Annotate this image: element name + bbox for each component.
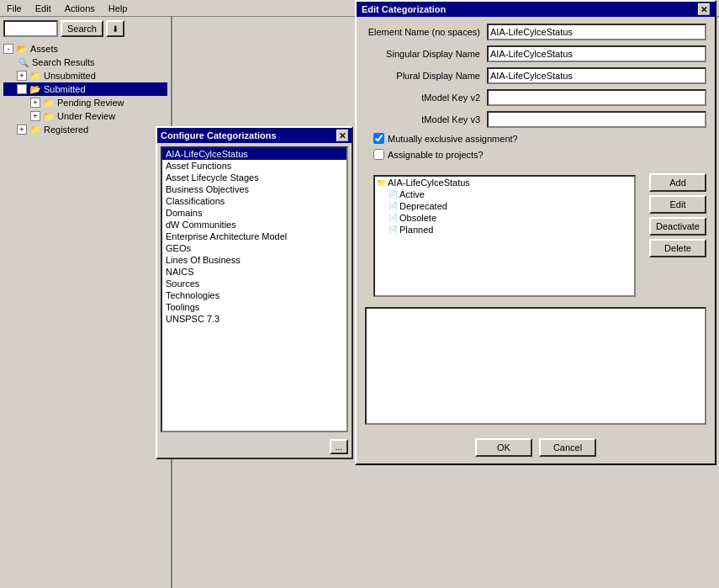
edit-tree-item[interactable]: 📄Obsolete <box>375 212 634 224</box>
config-dialog: Configure Categorizations ✕ AIA-LifeCylc… <box>156 126 353 459</box>
tmodel-v3-input[interactable] <box>487 111 706 128</box>
left-panel: Search ⬇ - Assets Search Results + Unsub… <box>0 17 172 588</box>
list-item[interactable]: Toolings <box>162 301 346 313</box>
list-item[interactable]: Classifications <box>162 195 346 207</box>
list-item[interactable]: Asset Functions <box>162 160 346 172</box>
edit-tree-item[interactable]: 📄Planned <box>375 224 634 236</box>
expander-submitted[interactable]: - <box>17 84 27 94</box>
edit-dialog-titlebar: Edit Categorization ✕ <box>357 2 715 17</box>
mutually-exclusive-label: Mutually exclusive assignment? <box>388 134 518 144</box>
element-name-label: Element Name (no spaces) <box>365 27 487 37</box>
menu-actions[interactable]: Actions <box>61 3 98 14</box>
list-item[interactable]: Asset Lifecycle Stages <box>162 172 346 183</box>
config-dialog-bottom: ... <box>157 436 352 458</box>
edit-bottom-buttons: OK Cancel <box>357 432 715 464</box>
delete-button[interactable]: Delete <box>649 239 706 257</box>
search-extra-icon[interactable]: ⬇ <box>106 20 124 37</box>
tree-label-assets: Assets <box>30 44 58 54</box>
folder-icon-registered <box>29 124 42 135</box>
deactivate-button[interactable]: Deactivate <box>649 217 706 236</box>
config-dialog-close[interactable]: ✕ <box>336 130 348 141</box>
menu-help[interactable]: Help <box>105 3 131 14</box>
singular-display-label: Singular Display Name <box>365 49 487 59</box>
tmodel-v3-label: tModel Key v3 <box>365 114 487 124</box>
list-item[interactable]: GEOs <box>162 242 346 254</box>
assignable-label: Assignable to projects? <box>388 150 484 160</box>
search-button[interactable]: Search <box>61 20 103 37</box>
edit-dialog-close[interactable]: ✕ <box>698 3 710 15</box>
config-dialog-action-btn[interactable]: ... <box>330 439 348 454</box>
singular-display-input[interactable] <box>487 45 706 62</box>
folder-icon-unsubmitted <box>29 70 42 82</box>
list-item[interactable]: UNSPSC 7.3 <box>162 313 346 325</box>
edit-tree-section: 📁AIA-LifeCylceStatus📄Active📄Deprecated📄O… <box>365 172 706 300</box>
edit-dialog-title: Edit Categorization <box>362 4 446 14</box>
tmodel-v2-label: tModel Key v2 <box>365 93 487 103</box>
tree-label-submitted: Submitted <box>44 84 86 94</box>
tree-label-search-results: Search Results <box>32 57 95 67</box>
folder-icon-pending-review <box>42 97 56 109</box>
element-name-row: Element Name (no spaces) <box>365 24 706 40</box>
list-item[interactable]: Domains <box>162 207 346 219</box>
element-name-input[interactable] <box>487 24 706 40</box>
edit-dialog-body: Element Name (no spaces) Singular Displa… <box>357 17 715 172</box>
edit-lower-area <box>365 307 706 425</box>
ok-button[interactable]: OK <box>475 438 532 457</box>
config-dialog-titlebar: Configure Categorizations ✕ <box>157 128 352 143</box>
edit-tree-container[interactable]: 📁AIA-LifeCylceStatus📄Active📄Deprecated📄O… <box>373 175 636 297</box>
assignable-checkbox[interactable] <box>373 149 384 160</box>
search-bar: Search ⬇ <box>0 17 171 40</box>
folder-icon-submitted <box>29 83 42 95</box>
mutually-exclusive-checkbox[interactable] <box>373 133 384 144</box>
cancel-button[interactable]: Cancel <box>539 438 596 457</box>
list-item[interactable]: Technologies <box>162 289 346 301</box>
tmodel-v2-row: tModel Key v2 <box>365 89 706 106</box>
tmodel-v2-input[interactable] <box>487 89 706 106</box>
add-button[interactable]: Add <box>649 173 706 192</box>
edit-tree-item[interactable]: 📄Active <box>375 188 634 200</box>
expander-under-review[interactable]: + <box>30 111 40 121</box>
list-item[interactable]: dW Communities <box>162 219 346 230</box>
edit-button[interactable]: Edit <box>649 195 706 214</box>
plural-display-label: Plural Display Name <box>365 71 487 81</box>
plural-display-row: Plural Display Name <box>365 67 706 84</box>
tree-label-registered: Registered <box>44 124 88 135</box>
assignable-row: Assignable to projects? <box>365 149 706 160</box>
tree-item-pending-review[interactable]: + Pending Review <box>3 96 167 109</box>
list-item[interactable]: NAICS <box>162 266 346 278</box>
plural-display-input[interactable] <box>487 67 706 84</box>
tree-item-search-results[interactable]: Search Results <box>3 56 167 69</box>
list-item[interactable]: Business Objectives <box>162 183 346 195</box>
action-buttons: Add Edit Deactivate Delete <box>649 172 706 300</box>
expander-registered[interactable]: + <box>17 124 27 135</box>
menu-file[interactable]: File <box>3 3 25 14</box>
list-item[interactable]: Enterprise Architecture Model <box>162 230 346 242</box>
config-dialog-title: Configure Categorizations <box>161 130 277 140</box>
tree-item-assets[interactable]: - Assets <box>3 42 167 56</box>
search-icon-search-results <box>17 56 30 68</box>
folder-icon-under-review <box>42 110 56 122</box>
expander-pending-review[interactable]: + <box>30 98 40 108</box>
tree-label-unsubmitted: Unsubmitted <box>44 71 96 81</box>
singular-display-row: Singular Display Name <box>365 45 706 62</box>
menu-edit[interactable]: Edit <box>32 3 55 14</box>
tree-item-submitted[interactable]: - Submitted <box>3 82 167 96</box>
mutually-exclusive-row: Mutually exclusive assignment? <box>365 133 706 144</box>
tmodel-v3-row: tModel Key v3 <box>365 111 706 128</box>
list-item[interactable]: Sources <box>162 278 346 289</box>
tree-item-registered[interactable]: + Registered <box>3 123 167 136</box>
edit-tree-item[interactable]: 📄Deprecated <box>375 200 634 212</box>
tree-item-unsubmitted[interactable]: + Unsubmitted <box>3 69 167 82</box>
folder-icon-assets <box>15 43 29 55</box>
edit-dialog: Edit Categorization ✕ Element Name (no s… <box>355 0 716 465</box>
search-input[interactable] <box>3 20 58 37</box>
expander-assets[interactable]: - <box>3 44 13 54</box>
edit-tree-root[interactable]: 📁AIA-LifeCylceStatus <box>375 177 634 188</box>
tree-label-under-review: Under Review <box>57 111 115 121</box>
tree-label-pending-review: Pending Review <box>57 98 124 108</box>
tree-item-under-review[interactable]: + Under Review <box>3 109 167 123</box>
list-item[interactable]: AIA-LifeCylceStatus <box>162 148 346 160</box>
list-item[interactable]: Lines Of Business <box>162 254 346 266</box>
expander-unsubmitted[interactable]: + <box>17 71 27 81</box>
config-list[interactable]: AIA-LifeCylceStatusAsset FunctionsAsset … <box>161 146 348 432</box>
